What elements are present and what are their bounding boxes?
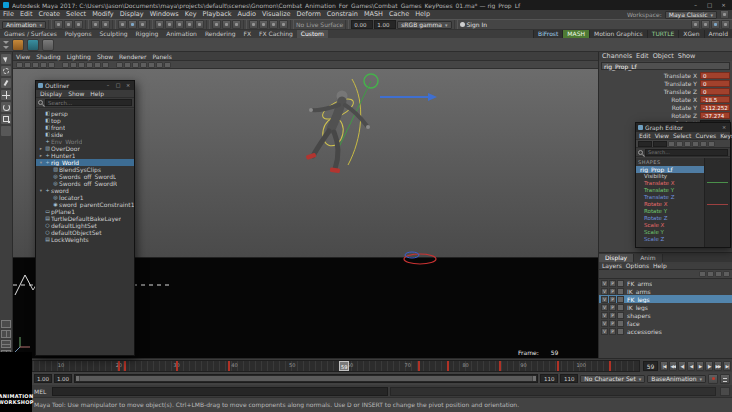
status-separator[interactable] [290,20,294,29]
menu-item[interactable]: Help [412,10,433,19]
animation-start-field[interactable]: 1.00 [34,374,52,383]
channel-value-field[interactable]: -37.274 [700,112,730,119]
go-to-start-button[interactable]: |◀ [660,361,668,371]
status-separator[interactable] [206,20,210,29]
graph-editor-channel[interactable]: Rotate Y [636,208,704,215]
shelf-tab[interactable]: FX Caching [255,30,297,38]
single-pane-layout-button[interactable] [1,320,11,328]
shelf-tab[interactable]: FX [240,30,256,38]
close-button[interactable]: × [124,81,132,90]
render-current-frame-icon[interactable] [259,20,268,29]
graph-editor-curve-view[interactable] [704,158,730,247]
command-input[interactable] [52,387,388,396]
outliner-item[interactable]: ▧ BlendSysClips [36,166,134,173]
menu-item[interactable]: Create [35,10,63,19]
layer-color-chip[interactable] [617,296,624,303]
layer-playback-toggle[interactable]: P [609,288,616,295]
coordinate-y-field[interactable]: 1.00 [374,20,396,29]
current-time-field[interactable]: 59 [643,361,658,371]
layer-color-chip[interactable] [617,288,624,295]
snap-point-icon[interactable] [175,20,184,29]
viewport-menu-item[interactable]: Panels [149,52,174,61]
menu-item[interactable]: Visualize [259,10,294,19]
menu-item[interactable]: Select [63,10,89,19]
menu-item[interactable]: Playback [199,10,234,19]
viewport-menu-item[interactable]: View [13,52,33,61]
layer-visibility-toggle[interactable]: V [601,320,608,327]
save-scene-icon[interactable] [74,20,83,29]
outliner-item[interactable]: ◧ side [36,131,134,138]
layer-editor-menu-item[interactable]: Layers [602,261,622,270]
bookmarks-icon[interactable] [40,62,47,68]
shadows-icon[interactable] [102,62,109,68]
outliner-item[interactable]: ▾ + rig_World [36,159,134,166]
isolate-select-icon[interactable] [116,62,123,68]
make-live-icon[interactable] [195,20,204,29]
outliner-item[interactable]: ◉ sword_parentConstraint1 [36,201,134,208]
shelf-tab[interactable]: Custom [297,30,328,38]
graph-editor-menu-item[interactable]: Keys [718,131,732,140]
tool-settings-toggle-icon[interactable] [701,20,710,29]
outliner-item[interactable]: ◧ persp [36,110,134,117]
workspace-gear-icon[interactable] [720,10,729,19]
command-language-label[interactable]: MEL [34,388,50,395]
next-key-button[interactable]: ▶▶ [714,361,722,371]
layer-playback-toggle[interactable]: P [609,312,616,319]
channel-value-field[interactable]: 0 [700,88,730,95]
layer-visibility-toggle[interactable]: V [601,328,608,335]
anim-layer-selector[interactable]: BaseAnimation ▾ [647,375,706,383]
two-d-pan-zoom-icon[interactable] [62,62,69,68]
channel-row[interactable]: Rotate X -18.5 [599,95,732,103]
layer-playback-toggle[interactable]: P [609,280,616,287]
playback-end-field[interactable]: 110 [540,374,558,383]
plugin-shelf-tab[interactable]: Motion Graphics [589,30,647,38]
layer-row[interactable]: V P shapers [599,311,732,319]
shelf-tab[interactable]: Games / Surfaces [0,30,61,38]
playback-start-field[interactable]: 1.00 [54,374,72,383]
smooth-shade-icon[interactable] [78,62,85,68]
graph-editor-channel[interactable]: Scale Y [636,229,704,236]
flat-tangent-icon[interactable] [692,141,699,147]
graph-editor-channel[interactable]: Rotate Z [636,215,704,222]
channel-row[interactable]: Rotate Y -112.252 [599,103,732,111]
channel-row[interactable]: Translate X 0 [599,71,732,79]
clamped-tangent-icon[interactable] [676,141,683,147]
menu-item[interactable]: Modify [89,10,117,19]
auto-keyframe-toggle-icon[interactable] [708,374,718,384]
outliner-item[interactable]: ◎ locator1 [36,194,134,201]
animation-preferences-icon[interactable] [720,374,730,384]
resolution-gate-icon[interactable] [132,62,139,68]
graph-editor-channel[interactable]: Scale X [636,222,704,229]
layer-row[interactable]: V P accessories [599,327,732,335]
rotate-tool-icon[interactable] [1,102,11,112]
menu-item[interactable]: Cache [386,10,412,19]
menu-item[interactable]: Audio [235,10,259,19]
outliner-item[interactable]: ○ defaultLightSet [36,222,134,229]
step-forward-button[interactable]: |▶ [705,361,713,371]
ipr-render-icon[interactable] [269,20,278,29]
render-settings-icon[interactable] [279,20,288,29]
graph-editor-channel[interactable]: Translate Y [636,187,704,194]
viewport-menu-item[interactable]: Shading [33,52,63,61]
menu-item[interactable]: Windows [147,10,182,19]
safe-action-icon[interactable] [156,62,163,68]
coordinate-x-field[interactable]: 0.00 [351,20,373,29]
shelf-tab[interactable]: Polygons [61,30,96,38]
snap-grid-icon[interactable] [155,20,164,29]
menu-item[interactable]: File [0,10,17,19]
last-tool-icon[interactable] [1,126,11,136]
move-tool-icon[interactable] [1,90,11,100]
outliner-item[interactable]: ◧ front [36,124,134,131]
graph-editor-channel[interactable]: Rotate X [636,201,704,208]
outliner-item[interactable]: ▸ + Hunter1 [36,152,134,159]
outliner-item[interactable]: ◎ Swords_off_SwordL [36,173,134,180]
layer-playback-toggle[interactable]: P [609,320,616,327]
layer-playback-toggle[interactable]: P [609,296,616,303]
menu-item[interactable]: Display [117,10,147,19]
layer-row[interactable]: V P face [599,319,732,327]
viewport-menu-item[interactable]: Show [94,52,116,61]
modeling-toolkit-toggle-icon[interactable] [721,20,730,29]
graph-editor-channel[interactable]: Scale Z [636,236,704,243]
layer-visibility-toggle[interactable]: V [601,296,608,303]
new-empty-layer-icon[interactable] [715,271,722,277]
